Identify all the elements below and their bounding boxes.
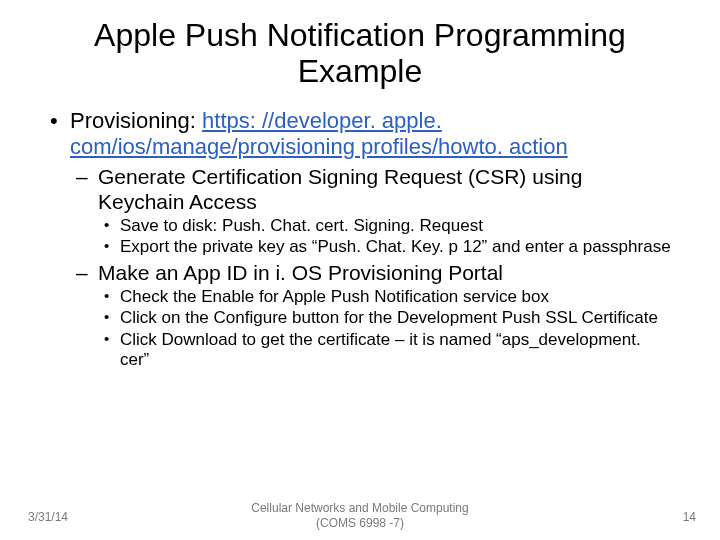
step-download-cert: Click Download to get the certificate – … <box>98 330 674 371</box>
bullet-list: Provisioning: https: //developer. apple.… <box>46 108 674 371</box>
sub-csr: Generate Certification Signing Request (… <box>70 164 674 258</box>
footer-page: 14 <box>683 510 696 524</box>
sub-csr-text: Generate Certification Signing Request (… <box>98 165 582 213</box>
slide-title: Apple Push Notification Programming Exam… <box>46 18 674 90</box>
step-export-key: Export the private key as “Push. Chat. K… <box>98 237 674 257</box>
sub-appid: Make an App ID in i. OS Provisioning Por… <box>70 260 674 371</box>
bullet-provisioning: Provisioning: https: //developer. apple.… <box>46 108 674 371</box>
provisioning-label: Provisioning: <box>70 108 202 133</box>
footer-center: Cellular Networks and Mobile Computing (… <box>0 501 720 530</box>
footer-course-code: (COMS 6998 -7) <box>316 516 404 530</box>
step-save-disk: Save to disk: Push. Chat. cert. Signing.… <box>98 216 674 236</box>
slide: Apple Push Notification Programming Exam… <box>0 0 720 540</box>
step-enable-apn: Check the Enable for Apple Push Notifica… <box>98 287 674 307</box>
footer: 3/31/14 Cellular Networks and Mobile Com… <box>0 500 720 530</box>
appid-steps: Check the Enable for Apple Push Notifica… <box>98 287 674 371</box>
sub-appid-text: Make an App ID in i. OS Provisioning Por… <box>98 261 503 284</box>
footer-course: Cellular Networks and Mobile Computing <box>251 501 468 515</box>
csr-steps: Save to disk: Push. Chat. cert. Signing.… <box>98 216 674 258</box>
step-configure-ssl: Click on the Configure button for the De… <box>98 308 674 328</box>
sub-list: Generate Certification Signing Request (… <box>70 164 674 371</box>
